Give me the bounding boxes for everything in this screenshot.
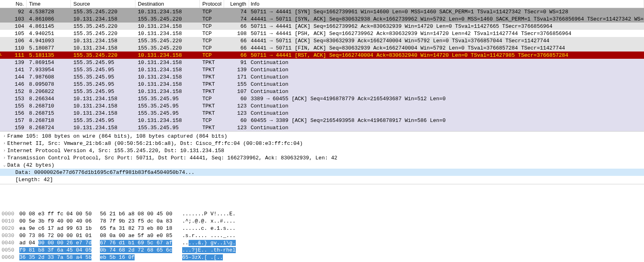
packet-list-pane: No. Time Source Destination Protocol Len… [0, 0, 644, 132]
cell-destination: 10.131.234.158 [135, 74, 200, 80]
cell-info: 44441 → 50711 [SYN, ACK] Seq=830632938 A… [249, 16, 644, 22]
col-header-source[interactable]: Source [71, 0, 135, 8]
cell-time: 4.538728 [27, 9, 71, 15]
packet-row[interactable]: 1034.86108610.131.234.158155.35.245.220T… [0, 15, 644, 23]
cell-info: 3389 → 60455 [ACK] Seq=4196878779 Ack=21… [249, 96, 644, 102]
col-header-time[interactable]: Time [27, 0, 71, 8]
details-data-length[interactable]: [Length: 42] [0, 176, 644, 183]
packet-row[interactable]: 924.538728155.35.245.22010.131.234.158TC… [0, 8, 644, 15]
hex-dump-pane[interactable]: 000000 08 e3 ff fc 04 00 5056 21 b6 a8 0… [0, 208, 644, 262]
cell-no: 104 [2, 23, 27, 29]
packet-row[interactable]: 1528.206822155.35.245.9510.131.234.158TP… [0, 88, 644, 95]
details-data-value[interactable]: Data: 00000026e77d6776d1b1695c67aff981b8… [0, 169, 644, 176]
details-tcp[interactable]: ›Transmission Control Protocol, Src Port… [0, 154, 644, 161]
cell-time: 8.206822 [27, 89, 71, 95]
expand-icon[interactable]: › [2, 134, 7, 138]
expand-icon[interactable]: › [2, 149, 7, 153]
hex-offset: 0000 [2, 211, 19, 217]
cell-length: 60 [224, 96, 249, 102]
hex-row[interactable]: 0020ea 9e c6 17 ad 99 63 1b65 fa 31 82 7… [0, 225, 644, 232]
cell-destination: 10.131.234.158 [135, 81, 200, 87]
cell-length: 123 [224, 110, 249, 116]
cell-source: 155.35.245.95 [71, 67, 135, 73]
hex-offset: 0020 [2, 225, 19, 231]
packet-row[interactable]: 1417.933954155.35.245.9510.131.234.158TP… [0, 66, 644, 73]
cell-time: 4.940251 [27, 31, 71, 37]
packet-row[interactable]: 1578.268718155.35.245.9510.131.234.158TC… [0, 117, 644, 124]
hex-offset: 0010 [2, 218, 19, 224]
details-frame[interactable]: ›Frame 105: 108 bytes on wire (864 bits)… [0, 132, 644, 140]
cell-source: 155.35.245.95 [71, 118, 135, 124]
hex-bytes-1: 00 08 e3 ff fc 04 00 50 [19, 211, 100, 217]
cell-length: 139 [224, 67, 249, 73]
cell-no: 106 [2, 38, 27, 44]
cell-length: 74 [224, 16, 249, 22]
packet-row[interactable]: 1044.861145155.35.245.22010.131.234.158T… [0, 23, 644, 30]
details-data-hex: Data: 00000026e77d6776d1b1695c67aff981b8… [15, 169, 195, 175]
hex-ascii: .....&.} gv..i\g. [182, 240, 255, 246]
cell-destination: 10.131.234.158 [135, 52, 200, 58]
expand-icon[interactable]: › [2, 141, 7, 146]
cell-destination: 155.35.245.95 [135, 96, 200, 102]
packet-row[interactable]: 1397.869154155.35.245.9510.131.234.158TP… [0, 59, 644, 66]
cell-source: 10.131.234.158 [71, 38, 135, 44]
cell-source: 155.35.245.95 [71, 89, 135, 95]
hex-bytes-1: 00 73 86 72 00 00 01 01 [19, 233, 100, 239]
cell-destination: 155.35.245.220 [135, 16, 200, 22]
hex-row[interactable]: 0050f9 81 b8 3f 6a 45 04 050b 74 68 2d 7… [0, 246, 644, 254]
collapse-icon[interactable]: ⌄ [2, 163, 7, 167]
hex-row[interactable]: 006036 35 2d 33 7a 58 a4 5beb 5b 16 0f65… [0, 254, 644, 261]
cell-protocol: TCP [200, 16, 224, 22]
cell-length: 123 [224, 125, 249, 131]
cell-no: 141 [2, 67, 27, 73]
packet-row[interactable]: 1054.940251155.35.245.22010.131.234.158T… [0, 30, 644, 37]
col-header-no[interactable]: No. [2, 0, 27, 8]
expand-icon[interactable]: › [2, 156, 7, 160]
cell-length: 155 [224, 81, 249, 87]
pane-gap [0, 184, 644, 208]
hex-offset: 0040 [2, 240, 19, 246]
col-header-info[interactable]: Info [249, 0, 644, 8]
cell-info: 50711 → 44441 [SYN] Seq=1662739961 Win=1… [249, 9, 644, 15]
cell-protocol: TCP [200, 23, 224, 29]
cell-destination: 10.131.234.158 [135, 9, 200, 15]
packet-row[interactable]: 1558.26871010.131.234.158155.35.245.95TP… [0, 102, 644, 109]
packet-row[interactable]: 1598.26872410.131.234.158155.35.245.95TP… [0, 124, 644, 131]
cell-protocol: TPKT [200, 74, 224, 80]
packet-list-header[interactable]: No. Time Source Destination Protocol Len… [0, 0, 644, 8]
hex-row[interactable]: 003000 73 86 72 00 00 01 0108 0a 00 ae 5… [0, 232, 644, 239]
packet-row[interactable]: 1447.987608155.35.245.9510.131.234.158TP… [0, 73, 644, 80]
cell-protocol: TPKT [200, 110, 224, 116]
cell-no: 146 [2, 81, 27, 87]
packet-row[interactable]: 1105.18087710.131.234.158155.35.245.220T… [0, 44, 644, 52]
cell-info: 50711 → 44441 [ACK] Seq=1662739962 Ack=8… [249, 23, 644, 29]
hex-row[interactable]: 0040ad 04 00 00 00 26 e7 7d67 76 d1 b1 6… [0, 239, 644, 246]
hex-ascii: .^;.@.@. x..#.... [182, 218, 255, 224]
hex-row[interactable]: 000000 08 e3 ff fc 04 00 5056 21 b6 a8 0… [0, 210, 644, 217]
packet-row[interactable]: 1538.26634410.131.234.158155.35.245.95TC… [0, 95, 644, 102]
cell-destination: 155.35.245.95 [135, 110, 200, 116]
packet-row[interactable]: 1468.095078155.35.245.9510.131.234.158TP… [0, 80, 644, 88]
packet-row[interactable]: 1568.26871510.131.234.158155.35.245.95TP… [0, 109, 644, 117]
cell-protocol: TPKT [200, 81, 224, 87]
details-ethernet[interactable]: ›Ethernet II, Src: Vmware_21:b6:a8 (00:5… [0, 140, 644, 147]
cell-protocol: TPKT [200, 89, 224, 95]
cell-length: 171 [224, 74, 249, 80]
col-header-length[interactable]: Length [224, 0, 249, 8]
cell-protocol: TPKT [200, 125, 224, 131]
packet-row[interactable]: 1064.94109310.131.234.158155.35.245.220T… [0, 37, 644, 44]
hex-bytes-2: 67 76 d1 b1 69 5c 67 af [100, 240, 181, 246]
cell-time: 8.268718 [27, 118, 71, 124]
col-header-destination[interactable]: Destination [135, 0, 200, 8]
cell-no: 144 [2, 74, 27, 80]
cell-length: 66 [224, 52, 249, 58]
cell-info: Continuation [249, 125, 644, 131]
col-header-protocol[interactable]: Protocol [200, 0, 224, 8]
packet-details-pane[interactable]: ›Frame 105: 108 bytes on wire (864 bits)… [0, 132, 644, 184]
details-ip[interactable]: ›Internet Protocol Version 4, Src: 155.3… [0, 147, 644, 154]
packet-row[interactable]: └1115.181135155.35.245.22010.131.234.158… [0, 52, 644, 59]
details-data[interactable]: ⌄Data (42 bytes) [0, 161, 644, 169]
hex-row[interactable]: 001000 5e 3b f9 40 00 40 0678 7f 9b 23 f… [0, 217, 644, 225]
hex-ascii: .......P V!....E. [182, 211, 255, 217]
cell-time: 7.933954 [27, 67, 71, 73]
